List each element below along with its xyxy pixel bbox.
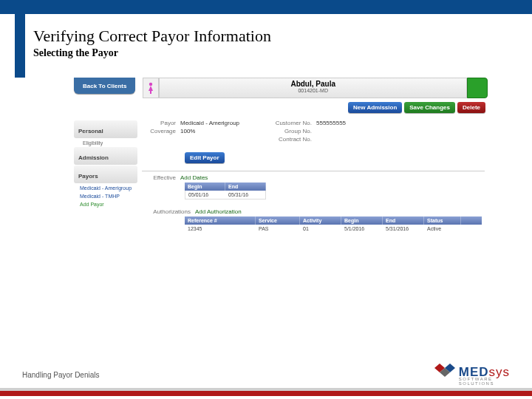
sidebar-payor-link-0[interactable]: Medicaid - Amerigroup — [74, 184, 137, 192]
gender-indicator — [143, 78, 159, 98]
col-reference: Reference # — [185, 216, 256, 225]
payor-value: Medicaid - Amerigroup — [180, 120, 269, 126]
coverage-value: 100% — [180, 128, 269, 134]
add-authorization-link[interactable]: Add Authorization — [195, 208, 242, 215]
slide-left-accent — [15, 14, 25, 78]
group-no-label: Group No. — [269, 128, 316, 134]
logo-icon — [434, 364, 455, 381]
contract-no-label: Contract No. — [269, 136, 316, 143]
sidebar-item-admission[interactable]: Admission — [74, 147, 137, 165]
sidebar: Personal Eligibility Admission Payors Me… — [74, 117, 137, 233]
medsys-logo: MEDsys SOFTWARE SOLUTIONS — [434, 364, 510, 381]
auth-end: 5/31/2016 — [383, 225, 424, 233]
status-indicator — [467, 78, 488, 98]
auth-begin: 5/1/2016 — [341, 225, 383, 233]
add-dates-link[interactable]: Add Dates — [180, 174, 208, 181]
logo-tagline: SOFTWARE SOLUTIONS — [459, 377, 510, 386]
sidebar-item-eligibility[interactable]: Eligibility — [74, 139, 137, 147]
col-end: End — [383, 216, 424, 225]
col-end: End — [225, 183, 266, 191]
svg-point-0 — [149, 83, 152, 86]
effective-label: Effective — [142, 174, 180, 181]
effective-end: 05/31/16 — [225, 191, 265, 199]
auth-status: Active — [424, 225, 461, 233]
slide-top-bar — [0, 0, 532, 14]
back-to-clients-button[interactable]: Back To Clients — [74, 78, 135, 94]
auth-service: PAS — [256, 225, 300, 233]
col-begin: Begin — [185, 183, 225, 191]
client-name: Abdul, Paula — [160, 80, 466, 88]
slide-subtitle: Selecting the Payor — [33, 47, 118, 59]
slide-title: Verifying Correct Payor Information — [33, 27, 271, 46]
authorizations-label: Authorizations — [142, 208, 195, 215]
footer-bar-red — [0, 391, 532, 396]
auth-ref: 12345 — [185, 225, 256, 233]
effective-begin: 05/01/16 — [185, 191, 225, 199]
auth-row[interactable]: 12345 PAS 01 5/1/2016 5/31/2016 Active — [185, 225, 482, 233]
new-admission-button[interactable]: New Admission — [348, 102, 402, 113]
effective-row[interactable]: 05/01/16 05/31/16 — [185, 191, 266, 200]
sidebar-item-personal[interactable]: Personal — [74, 120, 137, 138]
col-begin: Begin — [341, 216, 383, 225]
save-changes-button[interactable]: Save Changes — [404, 102, 455, 113]
auth-table-header: Reference # Service Activity Begin End S… — [185, 216, 482, 225]
coverage-label: Coverage — [142, 128, 180, 134]
app-screenshot: Back To Clients Abdul, Paula 0014201-MD … — [74, 78, 488, 366]
auth-activity: 01 — [300, 225, 341, 233]
female-icon — [147, 82, 154, 94]
sidebar-add-payor-link[interactable]: Add Payor — [74, 200, 137, 208]
divider — [142, 171, 485, 171]
col-status: Status — [424, 216, 461, 225]
col-activity: Activity — [300, 216, 341, 225]
customer-no-label: Customer No. — [269, 120, 316, 126]
edit-payor-button[interactable]: Edit Payor — [185, 152, 225, 163]
col-service: Service — [256, 216, 300, 225]
client-id: 0014201-MD — [160, 88, 466, 93]
main-panel: Payor Medicaid - Amerigroup Customer No.… — [137, 117, 488, 233]
effective-table-header: Begin End — [185, 183, 266, 191]
sidebar-item-payors[interactable]: Payors — [74, 166, 137, 183]
footer-label: Handling Payor Denials — [22, 371, 100, 379]
sidebar-payor-link-1[interactable]: Medicaid - TMHP — [74, 192, 137, 200]
customer-no-value: 555555555 — [316, 120, 346, 126]
payor-label: Payor — [142, 120, 180, 126]
delete-button[interactable]: Delete — [457, 102, 485, 113]
client-header: Abdul, Paula 0014201-MD — [159, 78, 467, 98]
